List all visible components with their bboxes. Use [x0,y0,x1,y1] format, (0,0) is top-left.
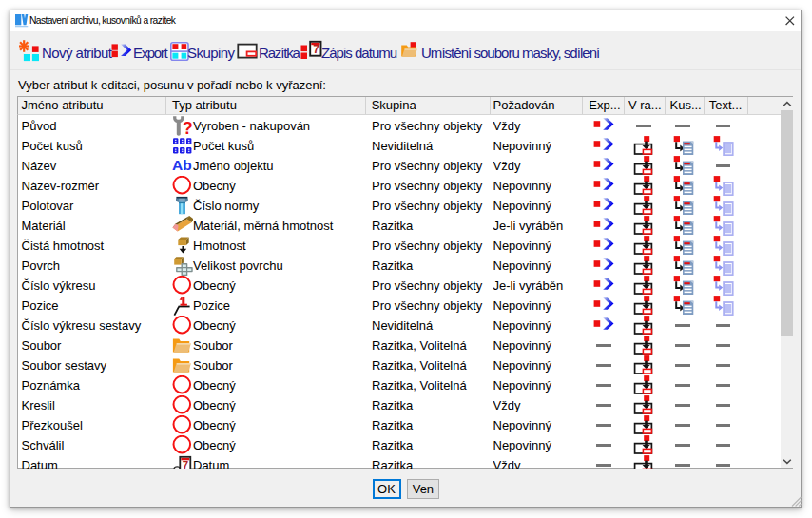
svg-text:7: 7 [313,43,319,56]
